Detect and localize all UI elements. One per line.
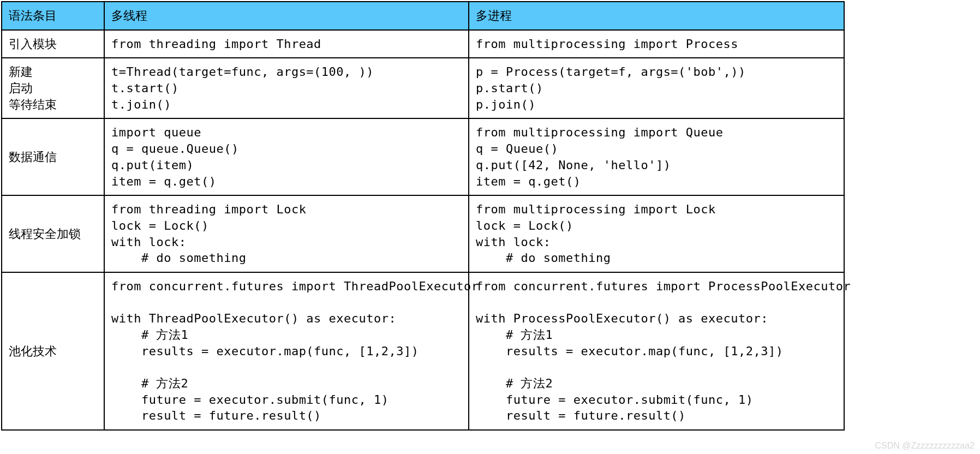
row-thread-code: from threading import Lock lock = Lock()… [104, 195, 469, 272]
header-syntax-item: 语法条目 [2, 2, 104, 30]
row-process-code: p = Process(target=f, args=('bob',)) p.s… [469, 58, 844, 118]
table-row: 池化技术 from concurrent.futures import Thre… [2, 272, 844, 430]
row-process-code: from concurrent.futures import ProcessPo… [469, 272, 844, 430]
row-thread-code: from concurrent.futures import ThreadPoo… [104, 272, 469, 430]
row-thread-code: t=Thread(target=func, args=(100, )) t.st… [104, 58, 469, 118]
row-process-code: from multiprocessing import Lock lock = … [469, 195, 844, 272]
row-thread-code: import queue q = queue.Queue() q.put(ite… [104, 118, 469, 195]
row-process-code: from multiprocessing import Queue q = Qu… [469, 118, 844, 195]
table-row: 引入模块 from threading import Thread from m… [2, 30, 844, 58]
row-label: 新建 启动 等待结束 [2, 58, 104, 118]
row-label: 线程安全加锁 [2, 195, 104, 272]
table-header-row: 语法条目 多线程 多进程 [2, 2, 844, 30]
row-label: 池化技术 [2, 272, 104, 430]
header-multithread: 多线程 [104, 2, 469, 30]
table-row: 线程安全加锁 from threading import Lock lock =… [2, 195, 844, 272]
row-label: 引入模块 [2, 30, 104, 58]
row-label: 数据通信 [2, 118, 104, 195]
comparison-table: 语法条目 多线程 多进程 引入模块 from threading import … [1, 1, 845, 431]
table-row: 数据通信 import queue q = queue.Queue() q.pu… [2, 118, 844, 195]
row-thread-code: from threading import Thread [104, 30, 469, 58]
row-process-code: from multiprocessing import Process [469, 30, 844, 58]
table-row: 新建 启动 等待结束 t=Thread(target=func, args=(1… [2, 58, 844, 118]
header-multiprocess: 多进程 [469, 2, 844, 30]
